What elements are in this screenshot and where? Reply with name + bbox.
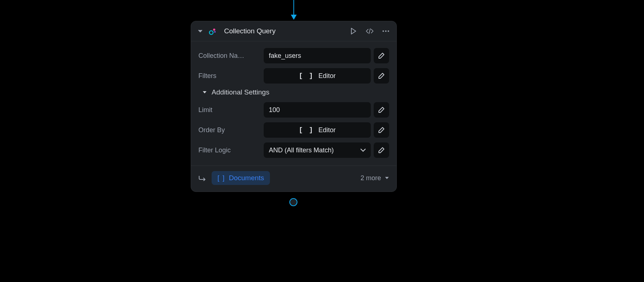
chevron-down-icon bbox=[202, 90, 207, 95]
chevron-down-icon bbox=[361, 149, 366, 152]
collection-name-row: Collection Na… fake_users bbox=[198, 48, 389, 63]
documents-output-chip[interactable]: [ ] Documents bbox=[212, 171, 270, 185]
filters-editor-label: Editor bbox=[318, 72, 336, 80]
svg-point-2 bbox=[213, 29, 215, 31]
svg-point-3 bbox=[214, 31, 216, 33]
collection-name-edit-button[interactable] bbox=[374, 48, 389, 63]
limit-edit-button[interactable] bbox=[374, 102, 389, 118]
svg-point-5 bbox=[385, 30, 387, 32]
code-view-button[interactable] bbox=[366, 27, 374, 35]
order-by-editor-button[interactable]: [ ] Editor bbox=[264, 122, 371, 138]
node-body: Collection Na… fake_users Filters [ ] Ed… bbox=[191, 41, 396, 166]
collection-name-value: fake_users bbox=[269, 52, 301, 60]
input-connector-arrow-icon bbox=[291, 15, 297, 20]
filter-logic-value: AND (All filters Match) bbox=[269, 146, 334, 154]
brackets-icon: [ ] bbox=[217, 174, 225, 182]
node-logo-icon bbox=[208, 26, 217, 36]
filter-logic-row: Filter Logic AND (All filters Match) bbox=[198, 142, 389, 158]
filters-row: Filters [ ] Editor bbox=[198, 68, 389, 84]
filter-logic-edit-button[interactable] bbox=[374, 142, 389, 158]
svg-marker-0 bbox=[198, 30, 202, 32]
brackets-icon: [ ] bbox=[299, 126, 314, 134]
filter-logic-select[interactable]: AND (All filters Match) bbox=[264, 142, 371, 158]
order-by-editor-label: Editor bbox=[318, 126, 336, 134]
limit-value: 100 bbox=[269, 106, 280, 114]
filters-edit-button[interactable] bbox=[374, 68, 389, 84]
run-button[interactable] bbox=[350, 27, 358, 35]
limit-input[interactable]: 100 bbox=[264, 102, 371, 118]
input-connector-line bbox=[293, 0, 294, 16]
collapse-caret-icon[interactable] bbox=[198, 29, 203, 34]
node-title: Collection Query bbox=[224, 27, 344, 35]
more-outputs-label: 2 more bbox=[361, 174, 381, 182]
brackets-icon: [ ] bbox=[299, 72, 314, 79]
documents-output-label: Documents bbox=[229, 174, 264, 182]
svg-point-4 bbox=[383, 30, 384, 32]
order-by-row: Order By [ ] Editor bbox=[198, 122, 389, 138]
node-footer: [ ] Documents 2 more bbox=[191, 166, 396, 192]
header-actions bbox=[350, 27, 390, 35]
more-options-button[interactable] bbox=[382, 27, 390, 35]
svg-marker-8 bbox=[385, 177, 389, 179]
filters-editor-button[interactable]: [ ] Editor bbox=[264, 68, 371, 84]
order-by-label: Order By bbox=[198, 126, 261, 134]
svg-point-1 bbox=[209, 31, 213, 34]
collection-query-node: Collection Query Collection Na… fake_use… bbox=[191, 21, 397, 192]
order-by-edit-button[interactable] bbox=[374, 122, 389, 138]
node-header: Collection Query bbox=[191, 21, 396, 41]
additional-settings-label: Additional Settings bbox=[212, 88, 269, 96]
output-connector-port[interactable] bbox=[289, 198, 297, 206]
more-outputs-button[interactable]: 2 more bbox=[361, 174, 389, 182]
limit-row: Limit 100 bbox=[198, 102, 389, 118]
filters-label: Filters bbox=[198, 72, 261, 80]
svg-marker-7 bbox=[203, 91, 206, 93]
svg-point-6 bbox=[388, 30, 389, 32]
collection-name-input[interactable]: fake_users bbox=[264, 48, 371, 63]
collection-name-label: Collection Na… bbox=[198, 52, 261, 60]
output-flow-icon bbox=[198, 174, 206, 182]
additional-settings-toggle[interactable]: Additional Settings bbox=[202, 88, 389, 96]
filter-logic-label: Filter Logic bbox=[198, 146, 261, 154]
chevron-down-icon bbox=[385, 177, 389, 179]
limit-label: Limit bbox=[198, 106, 261, 114]
